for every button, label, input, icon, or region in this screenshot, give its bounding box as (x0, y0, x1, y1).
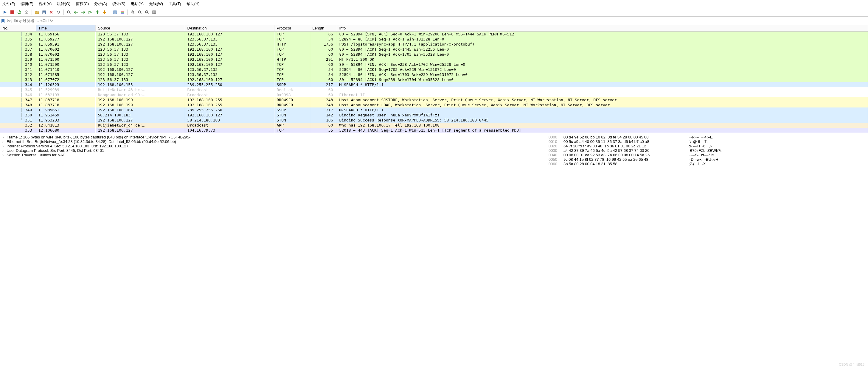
colorize-button[interactable] (119, 9, 125, 15)
cell-time: 11.963233 (36, 118, 95, 123)
tree-item[interactable]: ›Ethernet II, Src: RuijieNetwor_fe:34:28… (2, 139, 544, 144)
cell-length: 54 (310, 37, 337, 42)
table-row[interactable]: │ 33511.059277192.168.100.127123.56.37.1… (0, 37, 868, 42)
menu-analyze[interactable]: 分析(A) (94, 1, 107, 6)
stop-capture-button[interactable] (9, 9, 16, 15)
go-forward-button[interactable] (80, 9, 86, 15)
hex-row[interactable]: 004000 08 00 01 ea 92 53 e3 7a 66 00 08 … (549, 153, 866, 157)
hex-row[interactable]: 000000 d4 9e 52 06 bb 10 82 3d fe 34 28 … (549, 135, 866, 139)
hex-row[interactable]: 00603b 5a 80 28 00 04 18 31 85 58;Z·(···… (549, 162, 866, 166)
resize-columns-button[interactable] (151, 9, 157, 15)
menu-tools[interactable]: 工具(T) (168, 1, 181, 6)
table-row[interactable]: │ 33411.059156123.56.37.133192.168.100.1… (0, 32, 868, 37)
restart-capture-button[interactable] (16, 9, 23, 15)
table-row[interactable]: │ 34311.077072123.56.37.133192.168.100.1… (0, 77, 868, 82)
cell-length: 60 (310, 52, 337, 57)
zoom-reset-button[interactable]: 1 (144, 9, 150, 15)
expand-icon[interactable]: › (2, 153, 6, 157)
start-capture-button[interactable] (2, 9, 8, 15)
bookmark-icon[interactable] (1, 18, 5, 24)
column-protocol[interactable]: Protocol (274, 25, 310, 32)
table-row[interactable]: │ 34711.837718192.168.100.199192.168.100… (0, 97, 868, 102)
table-row[interactable]: │ 33711.070002123.56.37.133192.168.100.1… (0, 47, 868, 52)
table-row[interactable]: 35212.041813RuijieNetwor_d4:ce:…Broadcas… (0, 123, 868, 128)
table-row[interactable]: │ 33911.071300123.56.37.133192.168.100.1… (0, 57, 868, 62)
table-row[interactable]: │ 34811.837718192.168.100.199192.168.100… (0, 102, 868, 107)
hex-row[interactable]: 0030a4 42 37 39 7a 46 5a 4c 5a 42 57 68 … (549, 148, 866, 153)
cell-destination: Broadcast (185, 92, 274, 97)
menu-telephony[interactable]: 电话(Y) (131, 1, 144, 6)
cell-info: 80 → 52894 [ACK] Seq=1 Ack=1703 Win=3532… (337, 52, 868, 57)
hex-ascii: ·B79zFZL ZBWh7t· (689, 148, 866, 153)
capture-options-button[interactable] (23, 9, 30, 15)
tree-item[interactable]: ›Session Traversal Utilities for NAT (2, 153, 544, 157)
menu-wireless[interactable]: 无线(W) (149, 1, 163, 6)
hex-row[interactable]: 00509c 08 44 1e 8f 02 77 78 16 99 42 55 … (549, 157, 866, 162)
column-no[interactable]: No. (0, 25, 36, 32)
cell-length: 60 (310, 62, 337, 67)
go-to-packet-button[interactable] (87, 9, 94, 15)
svg-rect-8 (121, 11, 124, 11)
expand-icon[interactable]: › (2, 139, 6, 144)
tree-item[interactable]: ›User Datagram Protocol, Src Port: 8445,… (2, 148, 544, 153)
display-filter-input[interactable] (5, 17, 867, 24)
column-time[interactable]: Time (36, 25, 95, 32)
table-row[interactable]: │ 34611.632193DongguanHuar_ad:99:…Broadc… (0, 92, 868, 97)
reload-button[interactable] (55, 9, 62, 15)
table-row[interactable]: │ 34011.071300123.56.37.133192.168.100.1… (0, 62, 868, 67)
expand-icon[interactable]: › (2, 135, 6, 139)
table-row[interactable]: │ 33611.059591192.168.100.127123.56.37.1… (0, 42, 868, 47)
menu-edit[interactable]: 编辑(E) (21, 1, 33, 6)
menu-capture[interactable]: 捕获(C) (76, 1, 89, 6)
save-file-button[interactable] (41, 9, 48, 15)
open-file-button[interactable] (34, 9, 40, 15)
go-back-button[interactable] (73, 9, 79, 15)
menu-help[interactable]: 帮助(H) (187, 1, 199, 6)
column-length[interactable]: Length (310, 25, 337, 32)
cell-no: │ 347 (0, 97, 36, 102)
table-row[interactable]: │ 34411.120523192.168.100.155239.255.255… (0, 82, 868, 87)
table-row[interactable]: │ 33811.070002123.56.37.133192.168.100.1… (0, 52, 868, 57)
cell-info: Host Announcement SJSTORE, Workstation, … (337, 97, 868, 102)
lower-panes: ›Frame 1: 106 bytes on wire (848 bits), … (0, 133, 868, 177)
table-row[interactable]: │ 34111.071410192.168.100.127123.56.37.1… (0, 67, 868, 72)
hex-bytes: a4 42 37 39 7a 46 5a 4c 5a 42 57 68 37 7… (563, 148, 689, 153)
packet-bytes-hex[interactable]: 000000 d4 9e 52 06 bb 10 82 3d fe 34 28 … (546, 133, 868, 177)
hex-ascii: d· ····H ·6···,!· (689, 144, 866, 148)
find-packet-button[interactable] (66, 9, 72, 15)
hex-row[interactable]: 001000 5c a9 a4 40 00 36 11 86 37 3a d6 … (549, 139, 866, 144)
column-destination[interactable]: Destination (185, 25, 274, 32)
table-row[interactable]: 35312.106680192.168.100.127104.16.79.73T… (0, 128, 868, 133)
table-row[interactable]: │ 34211.071585192.168.100.127123.56.37.1… (0, 72, 868, 77)
auto-scroll-button[interactable] (112, 9, 118, 15)
menu-go[interactable]: 跳转(G) (57, 1, 70, 6)
close-file-button[interactable] (48, 9, 55, 15)
table-row[interactable]: │ 35011.96245958.214.180.183192.168.100.… (0, 112, 868, 118)
packet-details-tree[interactable]: ›Frame 1: 106 bytes on wire (848 bits), … (0, 133, 546, 177)
menu-view[interactable]: 视图(V) (39, 1, 52, 6)
column-source[interactable]: Source (95, 25, 185, 32)
zoom-out-button[interactable] (136, 9, 143, 15)
cell-info: 52894 → 80 [FIN, ACK] Seq=1703 Ack=239 W… (337, 72, 868, 77)
table-row[interactable]: │ 34511.529939RuijieNetwor_43:bc:…Broadc… (0, 87, 868, 92)
expand-icon[interactable]: › (2, 144, 6, 148)
cell-length: 54 (310, 67, 337, 72)
zoom-in-button[interactable] (129, 9, 136, 15)
packet-list-table[interactable]: No. Time Source Destination Protocol Len… (0, 25, 868, 133)
table-row[interactable]: └ 35111.963233192.168.100.12758.214.180.… (0, 118, 868, 123)
expand-icon[interactable]: › (2, 148, 6, 153)
cell-time: 11.939651 (36, 107, 95, 112)
tree-item[interactable]: ›Internet Protocol Version 4, Src: 58.21… (2, 144, 544, 148)
cell-info: HTTP/1.1 200 OK (337, 57, 868, 62)
cell-source: 192.168.100.127 (95, 128, 185, 133)
hex-row[interactable]: 002064 7f 20 fd f7 a9 00 48 1b 36 01 01 … (549, 144, 866, 148)
menu-file[interactable]: 文件(F) (2, 1, 15, 6)
go-last-button[interactable] (101, 9, 108, 15)
menu-statistics[interactable]: 统计(S) (112, 1, 125, 6)
table-row[interactable]: │ 34911.939651192.168.100.104239.255.255… (0, 107, 868, 112)
tree-item[interactable]: ›Frame 1: 106 bytes on wire (848 bits), … (2, 135, 544, 139)
go-first-button[interactable] (94, 9, 101, 15)
column-info[interactable]: Info (337, 25, 868, 32)
cell-destination: 192.168.100.255 (185, 97, 274, 102)
cell-info: Ethernet II (337, 92, 868, 97)
